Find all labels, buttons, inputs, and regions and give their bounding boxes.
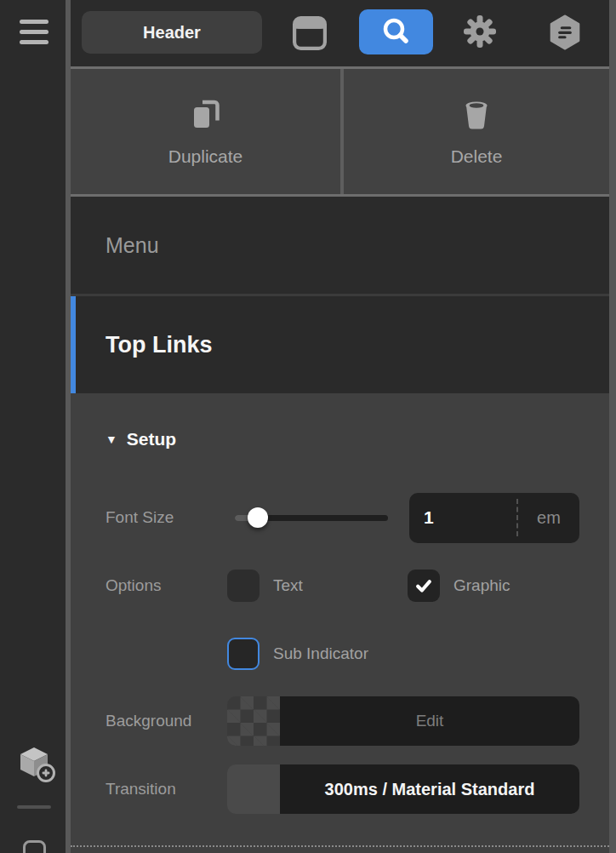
font-size-field: 1 em — [409, 493, 579, 543]
transparency-swatch[interactable] — [227, 696, 280, 746]
setup-title: Setup — [127, 429, 176, 449]
menu-label: Menu — [106, 233, 159, 258]
transition-row: Transition 300ms / Material Standard — [71, 764, 609, 814]
dotted-separator — [71, 845, 609, 847]
delete-button[interactable]: Delete — [344, 69, 609, 194]
setup-section-header[interactable]: ▼ Setup — [71, 424, 609, 455]
selected-indicator-bar — [71, 296, 76, 393]
nav-item-top-links[interactable]: Top Links — [71, 296, 609, 393]
background-control: Edit — [227, 696, 579, 746]
font-size-input[interactable]: 1 — [409, 507, 516, 528]
option-sub-indicator: Sub Indicator — [227, 638, 368, 670]
search-tool-button[interactable] — [359, 9, 433, 54]
delete-label: Delete — [451, 146, 503, 167]
duplicate-label: Duplicate — [168, 146, 243, 167]
checkmark-icon — [414, 576, 433, 595]
toolbar: Header — [71, 0, 609, 66]
transition-swatch[interactable] — [227, 764, 280, 814]
inspector-panel: Header — [71, 0, 609, 853]
options-row: Options Text Graphic — [71, 569, 609, 603]
sub-indicator-row: Sub Indicator — [71, 637, 609, 671]
sub-indicator-checkbox-label: Sub Indicator — [273, 644, 368, 663]
option-text: Text — [227, 570, 408, 602]
object-actions: Duplicate Delete — [71, 69, 609, 194]
left-rail — [0, 0, 66, 853]
hamburger-icon[interactable] — [20, 20, 48, 50]
font-size-slider[interactable] — [235, 507, 388, 528]
sub-indicator-checkbox[interactable] — [227, 638, 260, 670]
panel-edge — [609, 0, 616, 853]
transition-label: Transition — [106, 780, 227, 799]
window-tool-button[interactable] — [293, 16, 327, 50]
transition-control: 300ms / Material Standard — [227, 764, 579, 814]
header-button[interactable]: Header — [82, 11, 262, 54]
text-checkbox[interactable] — [227, 570, 260, 602]
duplicate-icon — [189, 96, 223, 135]
settings-tool-button[interactable] — [463, 14, 497, 49]
add-component-cube-icon[interactable] — [15, 744, 56, 785]
duplicate-button[interactable]: Duplicate — [71, 69, 340, 194]
font-size-unit: em — [516, 499, 579, 536]
graphic-checkbox[interactable] — [408, 570, 440, 602]
top-links-label: Top Links — [106, 332, 213, 358]
text-checkbox-label: Text — [273, 576, 303, 595]
gear-icon — [463, 14, 497, 49]
options-label: Options — [106, 576, 227, 595]
nav-item-menu[interactable]: Menu — [71, 197, 609, 294]
option-graphic: Graphic — [408, 570, 510, 602]
background-edit-button[interactable]: Edit — [280, 696, 579, 746]
window-icon — [293, 16, 327, 50]
background-row: Background Edit — [71, 696, 609, 746]
trash-icon — [459, 96, 493, 135]
font-size-slider-thumb[interactable] — [248, 507, 268, 528]
font-size-row: Font Size 1 em — [71, 492, 609, 543]
disclosure-triangle-icon: ▼ — [106, 432, 117, 446]
graphic-checkbox-label: Graphic — [453, 576, 510, 595]
search-icon — [379, 15, 414, 49]
font-size-label: Font Size — [106, 508, 227, 527]
components-tool-button[interactable] — [549, 14, 581, 50]
page-icon[interactable] — [23, 840, 46, 853]
setup-section: ▼ Setup Font Size 1 em Options Text — [71, 393, 609, 853]
background-label: Background — [106, 712, 227, 730]
rail-divider — [17, 805, 51, 809]
transition-value-button[interactable]: 300ms / Material Standard — [280, 764, 579, 814]
components-hexagon-icon — [549, 14, 581, 50]
